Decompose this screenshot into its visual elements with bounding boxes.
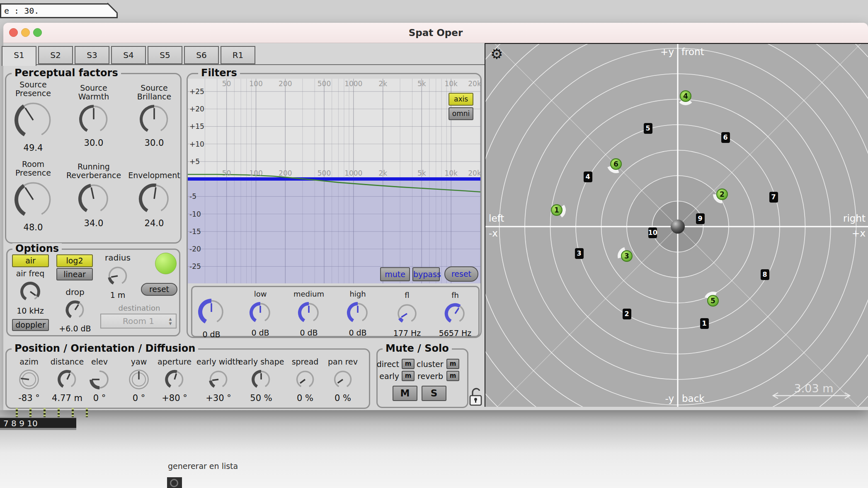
azim-knob[interactable] xyxy=(17,368,41,393)
reset-filter-button[interactable]: reset xyxy=(444,266,478,282)
unlocked-padlock-icon[interactable] xyxy=(468,387,483,406)
source-brillance-knob[interactable] xyxy=(138,103,171,138)
speaker-icon-7[interactable]: 7 xyxy=(769,192,778,203)
left-axis-x-label: -x xyxy=(489,228,522,239)
tab-r1[interactable]: R1 xyxy=(221,46,255,64)
speaker-icon-4[interactable]: 4 xyxy=(584,172,592,182)
drop-knob[interactable] xyxy=(63,298,87,323)
mute-filter-button[interactable]: mute xyxy=(380,267,410,281)
room-presence-knob[interactable] xyxy=(12,179,54,222)
status-led-indicator[interactable] xyxy=(155,253,177,274)
speaker-icon-8[interactable]: 8 xyxy=(761,269,769,280)
message-box-text: e : 30. xyxy=(4,6,39,16)
filter-fh-value: 5657 Hz xyxy=(424,329,486,338)
log2-toggle-button[interactable]: log2 xyxy=(56,254,93,267)
front-label: front xyxy=(681,46,731,57)
master-mute-button[interactable]: M xyxy=(393,386,417,401)
tab-s4[interactable]: S4 xyxy=(111,46,146,64)
reset-options-button[interactable]: reset xyxy=(141,283,177,296)
tab-s1[interactable]: S1 xyxy=(2,46,36,66)
linear-toggle-button[interactable]: linear xyxy=(56,268,93,280)
aperture-knob[interactable] xyxy=(163,368,186,393)
envelopment-label: Envelopment xyxy=(115,171,194,180)
source-2[interactable]: 2 xyxy=(716,188,728,200)
yaw-knob[interactable] xyxy=(127,368,150,393)
max-message-box[interactable]: e : 30. xyxy=(0,3,118,18)
right-axis-x-label: +x xyxy=(832,228,866,239)
mute-reverb-button[interactable]: m xyxy=(446,371,459,381)
running-reverberance-knob[interactable] xyxy=(76,181,111,218)
max-message-bar[interactable]: 7 8 9 10 xyxy=(0,417,76,430)
bypass-filter-button[interactable]: bypass xyxy=(412,267,440,281)
patch-cable xyxy=(58,408,60,417)
options-title: Options xyxy=(12,243,62,254)
spatial-view-panel[interactable]: ⚙ +y front -y back left -x right +x 3.03… xyxy=(485,43,868,407)
filter-response-graph[interactable]: 5050100100200200500500100010002k2k5k5k10… xyxy=(188,79,480,283)
spread-knob[interactable] xyxy=(293,368,317,393)
speaker-icon-5[interactable]: 5 xyxy=(644,123,652,134)
pan-rev-value: 0 % xyxy=(312,394,374,403)
filter-master-knob[interactable] xyxy=(196,297,227,329)
left-label: left xyxy=(489,213,522,224)
source-5[interactable]: 5 xyxy=(707,295,719,307)
speaker-icon-2[interactable]: 2 xyxy=(623,309,631,319)
patcher-background xyxy=(0,410,868,488)
source-presence-knob[interactable] xyxy=(12,99,54,143)
master-solo-button[interactable]: S xyxy=(422,386,446,401)
room-presence-value: 48.0 xyxy=(2,223,64,232)
source-4[interactable]: 4 xyxy=(680,90,691,102)
axis-toggle-button[interactable]: axis xyxy=(449,93,473,106)
tab-s5[interactable]: S5 xyxy=(148,46,182,64)
svg-text:500: 500 xyxy=(318,169,331,177)
back-label: back xyxy=(682,393,732,404)
front-axis-y-label: +y xyxy=(485,46,674,57)
source-3[interactable]: 3 xyxy=(621,250,633,262)
message-bar-text: 7 8 9 10 xyxy=(3,418,38,428)
mute-early-button[interactable]: m xyxy=(402,371,415,381)
mute-direct-button[interactable]: m xyxy=(402,359,415,369)
early-width-knob[interactable] xyxy=(207,368,230,393)
scale-distance-label: 3.03 m xyxy=(785,382,843,395)
radius-knob[interactable] xyxy=(106,264,130,290)
speaker-icon-1[interactable]: 1 xyxy=(700,318,709,329)
tab-s2[interactable]: S2 xyxy=(38,46,73,64)
elev-knob[interactable] xyxy=(88,368,111,393)
filter-high-knob[interactable] xyxy=(345,300,371,327)
filter-fh-knob[interactable] xyxy=(443,301,468,328)
distance-knob[interactable] xyxy=(56,368,79,393)
filter-fl-knob[interactable] xyxy=(395,301,419,328)
svg-text:10k: 10k xyxy=(444,169,458,177)
speaker-icon-3[interactable]: 3 xyxy=(575,248,584,259)
filter-medium-knob[interactable] xyxy=(296,300,322,327)
pan-rev-label: pan rev xyxy=(303,358,382,366)
svg-text:500: 500 xyxy=(318,80,331,88)
perceptual-factors-title: Perceptual factors xyxy=(12,68,121,78)
source-presence-value: 49.4 xyxy=(2,143,64,152)
window-titlebar[interactable]: Spat Oper xyxy=(3,23,868,43)
source-6[interactable]: 6 xyxy=(610,158,622,170)
mute-cluster-button[interactable]: m xyxy=(446,359,459,369)
omni-toggle-button[interactable]: omni xyxy=(449,107,473,120)
settings-gear-icon[interactable]: ⚙ xyxy=(490,46,503,62)
envelopment-knob[interactable] xyxy=(137,181,172,218)
early-shape-knob[interactable] xyxy=(250,368,273,393)
tab-s3[interactable]: S3 xyxy=(75,46,109,64)
speaker-icon-9[interactable]: 9 xyxy=(696,213,705,224)
air-toggle-button[interactable]: air xyxy=(12,254,49,267)
pan-rev-knob[interactable] xyxy=(331,368,354,393)
speaker-icon-6[interactable]: 6 xyxy=(721,132,730,143)
patch-cable xyxy=(86,408,88,417)
dropdown-arrows-icon[interactable]: ▲▼ xyxy=(168,317,173,326)
tab-s6[interactable]: S6 xyxy=(184,46,219,64)
filter-low-knob[interactable] xyxy=(247,300,273,327)
destination-dropdown[interactable]: Room 1 ▲▼ xyxy=(100,314,177,329)
source-warmth-value: 30.0 xyxy=(63,138,125,147)
source-1[interactable]: 1 xyxy=(551,204,563,216)
doppler-toggle-button[interactable]: doppler xyxy=(12,319,49,331)
speaker-icon-10[interactable]: 10 xyxy=(648,227,657,238)
source-warmth-knob[interactable] xyxy=(77,103,110,138)
svg-text:2k: 2k xyxy=(378,169,387,177)
svg-text:20k: 20k xyxy=(468,80,480,88)
toggle-object[interactable] xyxy=(167,477,182,488)
envelopment-value: 24.0 xyxy=(123,219,185,228)
